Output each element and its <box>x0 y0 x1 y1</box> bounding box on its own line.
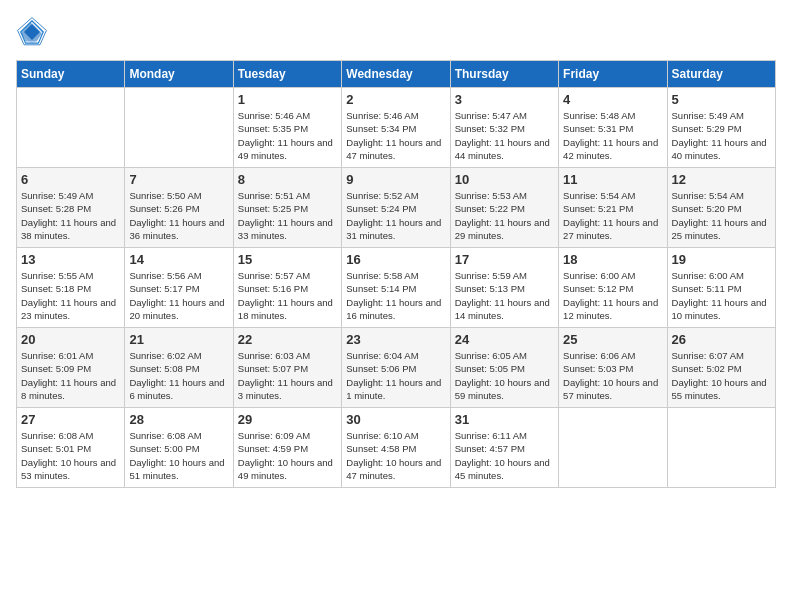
day-info: Sunrise: 6:08 AM Sunset: 5:00 PM Dayligh… <box>129 429 228 482</box>
day-number: 11 <box>563 172 662 187</box>
day-number: 5 <box>672 92 771 107</box>
day-info: Sunrise: 6:02 AM Sunset: 5:08 PM Dayligh… <box>129 349 228 402</box>
day-header-sunday: Sunday <box>17 61 125 88</box>
calendar-cell: 7Sunrise: 5:50 AM Sunset: 5:26 PM Daylig… <box>125 168 233 248</box>
day-info: Sunrise: 6:06 AM Sunset: 5:03 PM Dayligh… <box>563 349 662 402</box>
day-number: 2 <box>346 92 445 107</box>
calendar-cell: 30Sunrise: 6:10 AM Sunset: 4:58 PM Dayli… <box>342 408 450 488</box>
day-info: Sunrise: 6:00 AM Sunset: 5:11 PM Dayligh… <box>672 269 771 322</box>
day-number: 18 <box>563 252 662 267</box>
day-header-tuesday: Tuesday <box>233 61 341 88</box>
day-info: Sunrise: 6:08 AM Sunset: 5:01 PM Dayligh… <box>21 429 120 482</box>
day-number: 22 <box>238 332 337 347</box>
day-info: Sunrise: 5:59 AM Sunset: 5:13 PM Dayligh… <box>455 269 554 322</box>
day-number: 10 <box>455 172 554 187</box>
calendar-cell: 28Sunrise: 6:08 AM Sunset: 5:00 PM Dayli… <box>125 408 233 488</box>
logo <box>16 16 52 48</box>
page-header <box>16 16 776 48</box>
day-number: 25 <box>563 332 662 347</box>
day-info: Sunrise: 6:03 AM Sunset: 5:07 PM Dayligh… <box>238 349 337 402</box>
calendar-cell: 22Sunrise: 6:03 AM Sunset: 5:07 PM Dayli… <box>233 328 341 408</box>
day-info: Sunrise: 6:05 AM Sunset: 5:05 PM Dayligh… <box>455 349 554 402</box>
calendar-week-row: 1Sunrise: 5:46 AM Sunset: 5:35 PM Daylig… <box>17 88 776 168</box>
day-number: 21 <box>129 332 228 347</box>
day-number: 31 <box>455 412 554 427</box>
day-info: Sunrise: 5:55 AM Sunset: 5:18 PM Dayligh… <box>21 269 120 322</box>
day-number: 13 <box>21 252 120 267</box>
logo-icon <box>16 16 48 48</box>
calendar-cell: 3Sunrise: 5:47 AM Sunset: 5:32 PM Daylig… <box>450 88 558 168</box>
calendar-cell: 6Sunrise: 5:49 AM Sunset: 5:28 PM Daylig… <box>17 168 125 248</box>
calendar-week-row: 20Sunrise: 6:01 AM Sunset: 5:09 PM Dayli… <box>17 328 776 408</box>
calendar-cell <box>125 88 233 168</box>
day-number: 4 <box>563 92 662 107</box>
day-info: Sunrise: 5:57 AM Sunset: 5:16 PM Dayligh… <box>238 269 337 322</box>
day-number: 17 <box>455 252 554 267</box>
day-info: Sunrise: 5:48 AM Sunset: 5:31 PM Dayligh… <box>563 109 662 162</box>
day-number: 20 <box>21 332 120 347</box>
calendar-cell: 9Sunrise: 5:52 AM Sunset: 5:24 PM Daylig… <box>342 168 450 248</box>
day-header-monday: Monday <box>125 61 233 88</box>
calendar-header-row: SundayMondayTuesdayWednesdayThursdayFrid… <box>17 61 776 88</box>
calendar-body: 1Sunrise: 5:46 AM Sunset: 5:35 PM Daylig… <box>17 88 776 488</box>
day-info: Sunrise: 5:46 AM Sunset: 5:34 PM Dayligh… <box>346 109 445 162</box>
calendar-cell: 14Sunrise: 5:56 AM Sunset: 5:17 PM Dayli… <box>125 248 233 328</box>
day-number: 9 <box>346 172 445 187</box>
day-info: Sunrise: 6:01 AM Sunset: 5:09 PM Dayligh… <box>21 349 120 402</box>
day-info: Sunrise: 6:07 AM Sunset: 5:02 PM Dayligh… <box>672 349 771 402</box>
day-number: 23 <box>346 332 445 347</box>
day-info: Sunrise: 5:53 AM Sunset: 5:22 PM Dayligh… <box>455 189 554 242</box>
day-info: Sunrise: 6:11 AM Sunset: 4:57 PM Dayligh… <box>455 429 554 482</box>
calendar-cell: 5Sunrise: 5:49 AM Sunset: 5:29 PM Daylig… <box>667 88 775 168</box>
day-info: Sunrise: 6:10 AM Sunset: 4:58 PM Dayligh… <box>346 429 445 482</box>
calendar-cell: 19Sunrise: 6:00 AM Sunset: 5:11 PM Dayli… <box>667 248 775 328</box>
day-number: 29 <box>238 412 337 427</box>
calendar-week-row: 27Sunrise: 6:08 AM Sunset: 5:01 PM Dayli… <box>17 408 776 488</box>
calendar-cell: 31Sunrise: 6:11 AM Sunset: 4:57 PM Dayli… <box>450 408 558 488</box>
day-info: Sunrise: 5:49 AM Sunset: 5:28 PM Dayligh… <box>21 189 120 242</box>
day-number: 27 <box>21 412 120 427</box>
day-info: Sunrise: 5:47 AM Sunset: 5:32 PM Dayligh… <box>455 109 554 162</box>
day-info: Sunrise: 6:09 AM Sunset: 4:59 PM Dayligh… <box>238 429 337 482</box>
day-info: Sunrise: 5:58 AM Sunset: 5:14 PM Dayligh… <box>346 269 445 322</box>
calendar-cell: 13Sunrise: 5:55 AM Sunset: 5:18 PM Dayli… <box>17 248 125 328</box>
day-header-wednesday: Wednesday <box>342 61 450 88</box>
day-number: 19 <box>672 252 771 267</box>
day-info: Sunrise: 5:49 AM Sunset: 5:29 PM Dayligh… <box>672 109 771 162</box>
day-info: Sunrise: 5:46 AM Sunset: 5:35 PM Dayligh… <box>238 109 337 162</box>
day-info: Sunrise: 6:00 AM Sunset: 5:12 PM Dayligh… <box>563 269 662 322</box>
calendar-cell <box>17 88 125 168</box>
calendar-cell <box>559 408 667 488</box>
calendar-cell: 2Sunrise: 5:46 AM Sunset: 5:34 PM Daylig… <box>342 88 450 168</box>
calendar-cell: 26Sunrise: 6:07 AM Sunset: 5:02 PM Dayli… <box>667 328 775 408</box>
calendar-cell: 21Sunrise: 6:02 AM Sunset: 5:08 PM Dayli… <box>125 328 233 408</box>
calendar-cell: 17Sunrise: 5:59 AM Sunset: 5:13 PM Dayli… <box>450 248 558 328</box>
calendar-cell: 10Sunrise: 5:53 AM Sunset: 5:22 PM Dayli… <box>450 168 558 248</box>
calendar-cell: 23Sunrise: 6:04 AM Sunset: 5:06 PM Dayli… <box>342 328 450 408</box>
day-number: 7 <box>129 172 228 187</box>
calendar-cell: 1Sunrise: 5:46 AM Sunset: 5:35 PM Daylig… <box>233 88 341 168</box>
calendar-cell: 27Sunrise: 6:08 AM Sunset: 5:01 PM Dayli… <box>17 408 125 488</box>
day-number: 30 <box>346 412 445 427</box>
day-info: Sunrise: 5:51 AM Sunset: 5:25 PM Dayligh… <box>238 189 337 242</box>
day-number: 24 <box>455 332 554 347</box>
calendar-cell: 11Sunrise: 5:54 AM Sunset: 5:21 PM Dayli… <box>559 168 667 248</box>
day-number: 28 <box>129 412 228 427</box>
day-number: 8 <box>238 172 337 187</box>
day-info: Sunrise: 6:04 AM Sunset: 5:06 PM Dayligh… <box>346 349 445 402</box>
calendar-week-row: 6Sunrise: 5:49 AM Sunset: 5:28 PM Daylig… <box>17 168 776 248</box>
calendar-cell: 16Sunrise: 5:58 AM Sunset: 5:14 PM Dayli… <box>342 248 450 328</box>
day-number: 16 <box>346 252 445 267</box>
calendar-cell: 4Sunrise: 5:48 AM Sunset: 5:31 PM Daylig… <box>559 88 667 168</box>
day-info: Sunrise: 5:54 AM Sunset: 5:21 PM Dayligh… <box>563 189 662 242</box>
calendar-cell: 25Sunrise: 6:06 AM Sunset: 5:03 PM Dayli… <box>559 328 667 408</box>
day-info: Sunrise: 5:52 AM Sunset: 5:24 PM Dayligh… <box>346 189 445 242</box>
day-number: 6 <box>21 172 120 187</box>
day-info: Sunrise: 5:54 AM Sunset: 5:20 PM Dayligh… <box>672 189 771 242</box>
day-number: 26 <box>672 332 771 347</box>
calendar-cell: 29Sunrise: 6:09 AM Sunset: 4:59 PM Dayli… <box>233 408 341 488</box>
calendar-cell: 20Sunrise: 6:01 AM Sunset: 5:09 PM Dayli… <box>17 328 125 408</box>
calendar-week-row: 13Sunrise: 5:55 AM Sunset: 5:18 PM Dayli… <box>17 248 776 328</box>
day-number: 15 <box>238 252 337 267</box>
calendar-cell: 24Sunrise: 6:05 AM Sunset: 5:05 PM Dayli… <box>450 328 558 408</box>
